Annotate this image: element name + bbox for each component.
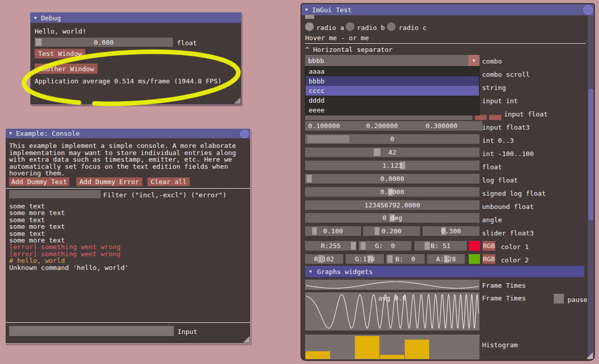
combo-arrow-button[interactable]: ▼ bbox=[468, 55, 480, 66]
console-titlebar[interactable]: ▼ Example: Console bbox=[6, 129, 250, 138]
slider-grab[interactable] bbox=[312, 227, 317, 235]
color2-g-slider[interactable]: G:178 bbox=[346, 254, 384, 264]
resize-grip[interactable] bbox=[243, 336, 250, 343]
histogram-label: Histogram bbox=[482, 341, 518, 349]
imgui-test-window: ▼ ImGui Test radio a radio b radio c Hov… bbox=[301, 3, 595, 361]
add-dummy-error-button[interactable]: Add Dummy Error bbox=[76, 177, 142, 186]
combo-box[interactable]: bbbb bbox=[305, 55, 471, 66]
close-button[interactable] bbox=[240, 130, 249, 138]
color2-b-slider[interactable]: B: 0 bbox=[386, 254, 425, 264]
slider-int-0-3[interactable]: 0 bbox=[305, 134, 480, 144]
color1-b-slider[interactable]: B: 51 bbox=[414, 241, 467, 251]
combo-item[interactable]: eeee bbox=[306, 105, 479, 115]
float-slider[interactable]: 0.000 bbox=[35, 38, 173, 47]
color1-rgb-button[interactable]: RGB bbox=[483, 241, 495, 251]
slider-grab[interactable] bbox=[425, 242, 430, 250]
row-label-log-float: log float bbox=[482, 176, 518, 184]
radio-c-label: radio c bbox=[399, 24, 427, 32]
row-label-string: string bbox=[482, 84, 506, 92]
slider-float3-y[interactable]: 0.200 bbox=[363, 226, 420, 236]
slider-float3-z[interactable]: 0.300 bbox=[423, 226, 480, 236]
histogram-bar bbox=[380, 335, 405, 359]
hover-me-text[interactable]: Hover me - or me bbox=[305, 34, 369, 42]
slider-grab[interactable] bbox=[387, 255, 393, 263]
radio-a-button[interactable] bbox=[305, 22, 314, 31]
test-window-button[interactable]: Test Window bbox=[35, 49, 85, 58]
log-line: some more text bbox=[9, 237, 129, 244]
collapse-arrow-icon[interactable]: ▼ bbox=[9, 131, 12, 136]
histogram-plot[interactable] bbox=[305, 335, 480, 359]
scrollbar-thumb[interactable] bbox=[588, 89, 593, 220]
clipped-widget-stub bbox=[305, 15, 314, 19]
collapse-arrow-icon: ▼ bbox=[309, 269, 312, 274]
input-float3-y[interactable]: 0.200000 bbox=[363, 121, 423, 131]
combo-item[interactable]: aaaa bbox=[306, 67, 479, 76]
filter-input[interactable] bbox=[9, 190, 101, 198]
slider-float3-x[interactable]: 0.100 bbox=[305, 226, 361, 236]
pause-label: pause bbox=[567, 296, 587, 304]
slider-grab[interactable] bbox=[308, 135, 349, 143]
combo-item-selected[interactable]: bbbb bbox=[306, 76, 479, 86]
drag-unbound-float[interactable]: 123456792.0000 bbox=[305, 200, 480, 210]
clear-all-button[interactable]: Clear all bbox=[147, 177, 190, 186]
histogram-bar bbox=[306, 335, 331, 359]
resize-grip[interactable] bbox=[234, 97, 241, 104]
slider-float[interactable]: 1.123 bbox=[305, 161, 480, 170]
graphs-widgets-title: Graphs widgets bbox=[317, 268, 373, 276]
input-float3-z[interactable]: 0.300000 bbox=[423, 121, 483, 131]
command-input[interactable] bbox=[9, 326, 174, 336]
log-line: some more text bbox=[9, 223, 129, 230]
slider-grab[interactable] bbox=[361, 242, 366, 250]
log-line-command: # hello, world bbox=[9, 257, 129, 264]
input-float-plus-button[interactable] bbox=[489, 115, 501, 120]
color1-g-slider[interactable]: G: 0 bbox=[358, 241, 411, 251]
pause-checkbox[interactable] bbox=[554, 294, 564, 304]
color-2-swatch[interactable] bbox=[469, 254, 480, 264]
color2-r-slider[interactable]: R:102 bbox=[305, 254, 343, 264]
imgui-test-titlebar[interactable]: ▼ ImGui Test bbox=[302, 4, 594, 15]
desktop: { "page": { "background": "#c59a9d", "ac… bbox=[0, 0, 599, 364]
color-1-swatch[interactable] bbox=[469, 241, 480, 251]
close-button[interactable] bbox=[583, 5, 593, 15]
console-description: This example implement a simple console.… bbox=[9, 142, 236, 177]
color2-rgb-button[interactable]: RGB bbox=[483, 254, 495, 264]
slider-signed-log-float[interactable]: 0.0000 bbox=[305, 187, 480, 197]
add-dummy-text-button[interactable]: Add Dummy Text bbox=[9, 177, 69, 186]
row-label-input-float3: input float3 bbox=[482, 124, 530, 131]
scrollbar-track[interactable] bbox=[588, 15, 594, 360]
input-float3-x[interactable]: 0.100000 bbox=[305, 121, 364, 131]
combo-item[interactable]: dddd bbox=[306, 96, 479, 105]
log-line: some text bbox=[9, 217, 129, 223]
input-float-minus-button[interactable] bbox=[475, 115, 487, 120]
input-float-field[interactable] bbox=[305, 115, 472, 120]
graphs-widgets-header[interactable]: ▼ Graphs widgets bbox=[305, 266, 584, 277]
collapse-arrow-icon[interactable]: ▼ bbox=[305, 8, 308, 12]
color1-r-slider[interactable]: R:255 bbox=[305, 241, 356, 251]
float-slider-grab[interactable] bbox=[36, 39, 42, 46]
collapse-arrow-icon[interactable]: ▼ bbox=[34, 16, 37, 20]
combo-item-hovered[interactable]: cccc bbox=[306, 86, 479, 96]
radio-b-button[interactable] bbox=[346, 22, 354, 31]
hello-world-text: Hello, world! bbox=[35, 27, 86, 35]
frame-times-label: Frame Times bbox=[482, 282, 526, 289]
radio-c-button[interactable] bbox=[387, 22, 396, 31]
histogram-bar bbox=[430, 335, 455, 359]
another-window-button[interactable]: Another Window bbox=[35, 64, 98, 74]
color2-a-slider[interactable]: A:128 bbox=[427, 254, 465, 264]
console-window: ▼ Example: Console This example implemen… bbox=[5, 128, 251, 344]
row-label-color-1: color 1 bbox=[501, 243, 529, 251]
slider-log-float[interactable]: 0.0000 bbox=[305, 174, 480, 184]
frame-times-plot-small[interactable] bbox=[305, 280, 480, 290]
resize-grip[interactable] bbox=[586, 352, 593, 359]
frame-times-plot-big[interactable]: avg 0.0 bbox=[305, 292, 480, 330]
debug-window-title: Debug bbox=[41, 14, 61, 22]
slider-int-neg100-100[interactable]: 42 bbox=[305, 147, 480, 157]
debug-titlebar[interactable]: ▼ Debug bbox=[31, 13, 241, 23]
slider-grab[interactable] bbox=[375, 227, 379, 235]
row-label-angle: angle bbox=[482, 216, 502, 224]
slider-grab[interactable] bbox=[374, 148, 380, 156]
slider-angle[interactable]: 0 deg bbox=[305, 213, 480, 223]
slider-grab[interactable] bbox=[307, 175, 312, 183]
slider-grab[interactable] bbox=[351, 242, 356, 250]
radio-a-label: radio a bbox=[316, 24, 344, 32]
